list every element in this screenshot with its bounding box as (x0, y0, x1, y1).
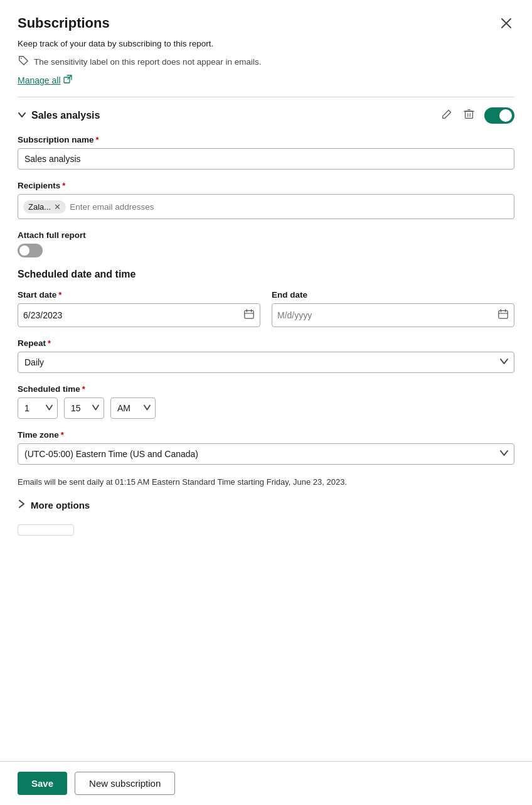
calendar-icon-svg2 (497, 308, 509, 320)
required-star-start: * (58, 290, 61, 300)
required-star-time: * (82, 384, 85, 394)
timezone-select[interactable]: (UTC-05:00) Eastern Time (US and Canada)… (18, 443, 514, 465)
repeat-group: Repeat * Daily Weekly Monthly (18, 338, 514, 373)
repeat-select[interactable]: Daily Weekly Monthly (18, 352, 514, 373)
new-subscription-button[interactable]: New subscription (75, 772, 175, 795)
partial-visible-button[interactable] (18, 524, 74, 536)
tag-icon (18, 55, 29, 66)
divider (18, 97, 514, 97)
edit-button[interactable] (440, 107, 454, 124)
section-header-left: Sales analysis (18, 110, 100, 121)
close-icon (501, 18, 512, 29)
subscription-name-label: Subscription name * (18, 135, 514, 144)
more-options-label: More options (31, 500, 90, 511)
attach-report-label: Attach full report (18, 230, 514, 240)
scheduled-time-label: Scheduled time * (18, 384, 514, 394)
manage-all-link[interactable]: Manage all (18, 75, 514, 85)
date-row: Start date * (18, 290, 514, 327)
minute-select[interactable]: 00 15 30 45 (64, 397, 104, 419)
recipient-tag: Zala... ✕ (23, 200, 66, 213)
start-date-input-wrapper[interactable] (18, 303, 260, 327)
end-date-group: End date (272, 290, 514, 327)
recipients-email-input[interactable] (70, 202, 509, 212)
sensitivity-icon (18, 55, 29, 68)
start-date-input[interactable] (23, 310, 243, 320)
svg-point-2 (21, 58, 22, 59)
end-date-input[interactable] (277, 310, 497, 320)
edit-icon (442, 109, 452, 119)
section-name: Sales analysis (31, 110, 100, 121)
svg-rect-4 (466, 111, 473, 118)
time-row: 1 2 3 4 5 6 7 8 9 10 11 12 (18, 397, 514, 419)
panel-title: Subscriptions (18, 15, 110, 31)
save-button[interactable]: Save (18, 772, 67, 795)
recipient-tag-label: Zala... (28, 202, 51, 212)
attach-report-group: Attach full report (18, 230, 514, 257)
delete-icon (464, 109, 474, 119)
section-header: Sales analysis (18, 107, 514, 124)
ampm-select[interactable]: AM PM (110, 397, 156, 419)
repeat-select-wrapper: Daily Weekly Monthly (18, 352, 514, 373)
section-actions (440, 107, 514, 124)
recipient-tag-close[interactable]: ✕ (54, 202, 61, 212)
calendar-icon-svg (243, 308, 255, 320)
sensitivity-row: The sensitivity label on this report doe… (18, 55, 514, 68)
subscription-name-input[interactable] (18, 148, 514, 170)
end-date-label: End date (272, 290, 514, 300)
required-star: * (96, 135, 99, 144)
attach-report-toggle[interactable] (18, 244, 43, 257)
svg-rect-13 (499, 310, 508, 318)
required-star-timezone: * (61, 430, 64, 440)
required-star-repeat: * (48, 338, 51, 348)
more-options-chevron (18, 500, 26, 510)
required-star-recipients: * (62, 181, 65, 190)
partial-button-area (18, 522, 514, 536)
email-summary: Emails will be sent daily at 01:15 AM Ea… (18, 476, 514, 489)
start-date-label: Start date * (18, 290, 260, 300)
end-date-input-wrapper[interactable] (272, 303, 514, 327)
recipients-label: Recipients * (18, 181, 514, 190)
svg-rect-9 (245, 310, 253, 318)
scheduled-time-group: Scheduled time * 1 2 3 4 5 6 7 8 9 10 (18, 384, 514, 419)
minute-select-wrapper: 00 15 30 45 (64, 397, 104, 419)
chevron-down-icon (18, 111, 26, 119)
attach-toggle-row (18, 244, 514, 257)
delete-button[interactable] (462, 107, 476, 124)
sensitivity-text: The sensitivity label on this report doe… (34, 57, 261, 67)
schedule-heading: Scheduled date and time (18, 269, 514, 280)
hour-select[interactable]: 1 2 3 4 5 6 7 8 9 10 11 12 (18, 397, 58, 419)
timezone-group: Time zone * (UTC-05:00) Eastern Time (US… (18, 430, 514, 465)
end-date-calendar-icon[interactable] (497, 308, 509, 323)
subscription-section: Sales analysis (18, 107, 514, 536)
timezone-label: Time zone * (18, 430, 514, 440)
ampm-select-wrapper: AM PM (110, 397, 156, 419)
close-button[interactable] (498, 15, 514, 31)
external-link-icon (63, 75, 72, 85)
hour-select-wrapper: 1 2 3 4 5 6 7 8 9 10 11 12 (18, 397, 58, 419)
recipients-group: Recipients * Zala... ✕ (18, 181, 514, 219)
repeat-label: Repeat * (18, 338, 514, 348)
recipients-input-wrapper[interactable]: Zala... ✕ (18, 194, 514, 219)
manage-all-label: Manage all (18, 75, 61, 85)
subscription-toggle[interactable] (484, 107, 514, 124)
subtitle-text: Keep track of your data by subscribing t… (18, 39, 514, 48)
more-options-row[interactable]: More options (18, 500, 514, 511)
subscriptions-panel: Subscriptions Keep track of your data by… (0, 0, 532, 805)
subscription-name-group: Subscription name * (18, 135, 514, 170)
collapse-chevron[interactable] (18, 111, 26, 121)
start-date-group: Start date * (18, 290, 260, 327)
panel-header: Subscriptions (18, 15, 514, 31)
open-external-icon (63, 75, 72, 84)
start-date-calendar-icon[interactable] (243, 308, 255, 323)
bottom-bar: Save New subscription (0, 761, 532, 805)
timezone-select-wrapper: (UTC-05:00) Eastern Time (US and Canada)… (18, 443, 514, 465)
